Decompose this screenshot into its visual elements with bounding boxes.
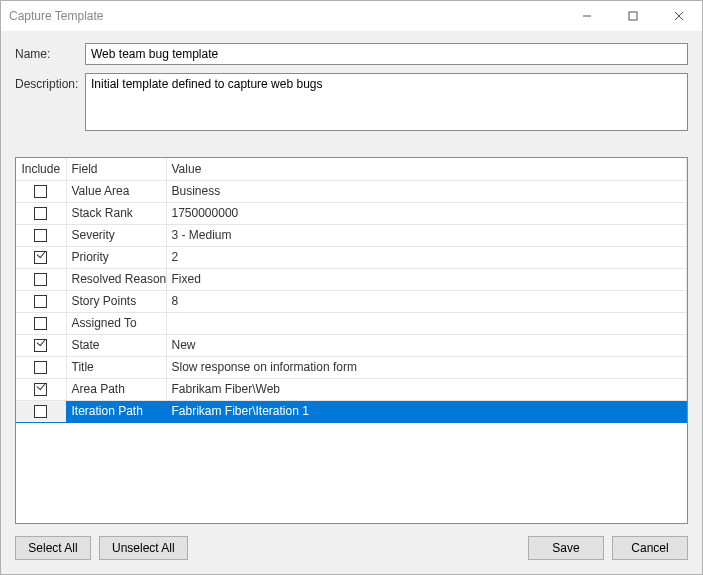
description-label: Description: — [15, 73, 85, 91]
value-cell[interactable]: 1750000000 — [166, 202, 687, 224]
table-row[interactable]: StateNew — [16, 334, 687, 356]
include-cell[interactable] — [16, 312, 66, 334]
close-button[interactable] — [656, 1, 702, 31]
window-title: Capture Template — [9, 9, 564, 23]
include-checkbox[interactable] — [34, 339, 47, 352]
field-cell: Title — [66, 356, 166, 378]
header-include[interactable]: Include — [16, 158, 66, 180]
field-cell: Iteration Path — [66, 400, 166, 422]
include-cell[interactable] — [16, 334, 66, 356]
table-row[interactable]: Stack Rank1750000000 — [16, 202, 687, 224]
fields-grid: Include Field Value Value AreaBusinessSt… — [15, 157, 688, 524]
include-cell[interactable] — [16, 246, 66, 268]
header-field[interactable]: Field — [66, 158, 166, 180]
field-cell: Assigned To — [66, 312, 166, 334]
include-cell[interactable] — [16, 202, 66, 224]
include-checkbox[interactable] — [34, 185, 47, 198]
table-row[interactable]: Assigned To — [16, 312, 687, 334]
cancel-button[interactable]: Cancel — [612, 536, 688, 560]
field-cell: Area Path — [66, 378, 166, 400]
dialog-content: Name: Description: Initial template defi… — [1, 31, 702, 574]
include-checkbox[interactable] — [34, 383, 47, 396]
include-cell[interactable] — [16, 356, 66, 378]
include-checkbox[interactable] — [34, 251, 47, 264]
include-cell[interactable] — [16, 290, 66, 312]
minimize-button[interactable] — [564, 1, 610, 31]
include-checkbox[interactable] — [34, 317, 47, 330]
button-row: Select All Unselect All Save Cancel — [15, 536, 688, 560]
window-buttons — [564, 1, 702, 31]
field-cell: State — [66, 334, 166, 356]
include-checkbox[interactable] — [34, 361, 47, 374]
include-cell[interactable] — [16, 268, 66, 290]
table-row[interactable]: Severity3 - Medium — [16, 224, 687, 246]
include-cell[interactable] — [16, 378, 66, 400]
description-row: Description: Initial template defined to… — [15, 73, 688, 131]
select-all-button[interactable]: Select All — [15, 536, 91, 560]
include-cell[interactable] — [16, 180, 66, 202]
include-cell[interactable] — [16, 224, 66, 246]
include-checkbox[interactable] — [34, 229, 47, 242]
unselect-all-button[interactable]: Unselect All — [99, 536, 188, 560]
svg-rect-1 — [629, 12, 637, 20]
include-cell[interactable] — [16, 400, 66, 422]
include-checkbox[interactable] — [34, 405, 47, 418]
name-row: Name: — [15, 43, 688, 65]
include-checkbox[interactable] — [34, 273, 47, 286]
value-cell[interactable]: Business — [166, 180, 687, 202]
value-cell[interactable]: Slow response on information form — [166, 356, 687, 378]
table-row[interactable]: Story Points8 — [16, 290, 687, 312]
table-row[interactable]: Resolved ReasonFixed — [16, 268, 687, 290]
value-cell[interactable]: 2 — [166, 246, 687, 268]
name-input[interactable] — [85, 43, 688, 65]
maximize-button[interactable] — [610, 1, 656, 31]
include-checkbox[interactable] — [34, 295, 47, 308]
field-cell: Priority — [66, 246, 166, 268]
table-row[interactable]: Iteration PathFabrikam Fiber\Iteration 1 — [16, 400, 687, 422]
save-button[interactable]: Save — [528, 536, 604, 560]
table-row[interactable]: Value AreaBusiness — [16, 180, 687, 202]
value-cell[interactable]: Fabrikam Fiber\Web — [166, 378, 687, 400]
description-input[interactable]: Initial template defined to capture web … — [85, 73, 688, 131]
table-row[interactable]: Priority2 — [16, 246, 687, 268]
value-cell[interactable]: 3 - Medium — [166, 224, 687, 246]
field-cell: Value Area — [66, 180, 166, 202]
table-row[interactable]: Area PathFabrikam Fiber\Web — [16, 378, 687, 400]
fields-table: Include Field Value Value AreaBusinessSt… — [16, 158, 687, 423]
field-cell: Severity — [66, 224, 166, 246]
include-checkbox[interactable] — [34, 207, 47, 220]
name-label: Name: — [15, 43, 85, 61]
value-cell[interactable]: 8 — [166, 290, 687, 312]
titlebar: Capture Template — [1, 1, 702, 31]
value-cell[interactable]: Fixed — [166, 268, 687, 290]
header-value[interactable]: Value — [166, 158, 687, 180]
table-row[interactable]: TitleSlow response on information form — [16, 356, 687, 378]
field-cell: Story Points — [66, 290, 166, 312]
value-cell[interactable] — [166, 312, 687, 334]
value-cell[interactable]: Fabrikam Fiber\Iteration 1 — [166, 400, 687, 422]
value-cell[interactable]: New — [166, 334, 687, 356]
field-cell: Resolved Reason — [66, 268, 166, 290]
field-cell: Stack Rank — [66, 202, 166, 224]
